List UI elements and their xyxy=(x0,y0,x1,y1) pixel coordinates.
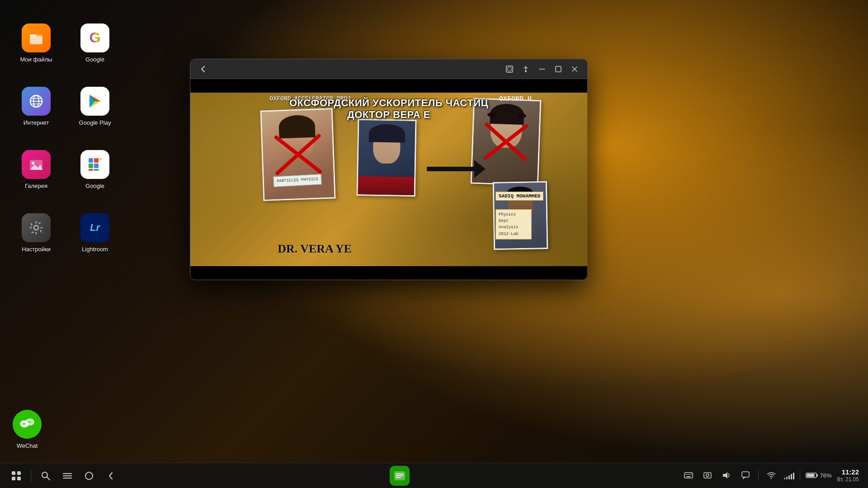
svg-rect-18 xyxy=(89,164,93,168)
svg-point-45 xyxy=(42,472,47,478)
gallery-label: Галерея xyxy=(25,183,47,189)
photo-center xyxy=(356,119,416,197)
browser-titlebar xyxy=(190,59,587,79)
svg-point-66 xyxy=(770,478,772,479)
screenshot-button[interactable] xyxy=(502,62,517,76)
taskbar: 76% 11:22 Вт, 21.05 xyxy=(0,463,868,488)
home-button[interactable] xyxy=(82,469,96,483)
google-play-label: Google Play xyxy=(79,119,111,126)
svg-rect-30 xyxy=(506,66,513,72)
svg-rect-16 xyxy=(94,158,99,163)
svg-rect-39 xyxy=(427,167,476,171)
svg-rect-55 xyxy=(684,473,693,478)
pin-button[interactable] xyxy=(519,62,533,76)
svg-rect-68 xyxy=(807,474,814,477)
sadiq-label: SADIQ MOHAMMED xyxy=(495,192,543,201)
icon-google-play[interactable]: Google Play xyxy=(68,77,122,136)
google-icon: G xyxy=(80,23,109,52)
internet-icon xyxy=(22,87,51,116)
svg-rect-69 xyxy=(816,474,818,477)
current-date: Вт, 21.05 xyxy=(837,476,859,483)
svg-rect-36 xyxy=(556,66,561,72)
notes-right: PhysicsDeptAnalysis2012-Lab xyxy=(495,209,532,240)
signal-bars xyxy=(784,471,794,479)
titlebar-controls xyxy=(502,62,582,76)
svg-rect-15 xyxy=(89,158,93,163)
svg-rect-42 xyxy=(17,471,21,475)
cork-board: ОКСФОРДСКИЙ УСКОРИТЕЛЬ ЧАСТИЦ ДОКТОР ВЕР… xyxy=(190,79,587,280)
screenshot-icon[interactable] xyxy=(700,468,715,483)
svg-point-23 xyxy=(34,225,38,230)
battery-percent: 76% xyxy=(820,472,832,479)
svg-rect-43 xyxy=(12,477,15,480)
signal-bar-2 xyxy=(786,477,788,479)
signal-bar-4 xyxy=(791,474,792,479)
settings-icon xyxy=(22,213,51,242)
icon-internet[interactable]: Интернет xyxy=(9,77,63,136)
desktop-icons: Мои файлы G Google Интернет xyxy=(0,0,136,343)
chat-icon[interactable] xyxy=(738,468,753,483)
search-button[interactable] xyxy=(38,469,53,483)
svg-rect-2 xyxy=(30,34,36,37)
svg-rect-21 xyxy=(94,169,99,171)
maximize-button[interactable] xyxy=(551,62,566,76)
icon-gallery[interactable]: Галерея xyxy=(9,140,63,199)
status-icons xyxy=(681,468,753,483)
wechat-label: WeChat xyxy=(17,442,38,449)
photo-vera-ye xyxy=(260,108,336,201)
wechat-icon xyxy=(13,410,42,439)
lightroom-icon: Lr xyxy=(80,213,109,242)
icon-lightroom[interactable]: Lr Lightroom xyxy=(68,203,122,262)
back-nav-button[interactable] xyxy=(104,469,118,483)
apps-grid-button[interactable] xyxy=(9,469,24,483)
icon-wechat[interactable]: WeChat xyxy=(9,406,45,453)
taskbar-divider-3 xyxy=(800,470,800,481)
oxford-label-right: OXFORD U xyxy=(499,95,532,103)
desktop-wechat-area: WeChat xyxy=(9,406,45,456)
taskbar-divider-1 xyxy=(31,469,31,482)
video-area[interactable]: ОКСФОРДСКИЙ УСКОРИТЕЛЬ ЧАСТИЦ ДОКТОР ВЕР… xyxy=(190,79,587,280)
my-files-icon xyxy=(22,23,51,52)
clock-display: 11:22 Вт, 21.05 xyxy=(837,468,859,483)
svg-marker-64 xyxy=(723,472,727,479)
svg-rect-20 xyxy=(89,169,93,171)
subtitle-overlay: ОКСФОРДСКИЙ УСКОРИТЕЛЬ ЧАСТИЦ ДОКТОР ВЕР… xyxy=(289,97,488,121)
svg-line-46 xyxy=(47,477,50,480)
svg-point-28 xyxy=(28,422,29,423)
internet-label: Интернет xyxy=(24,119,49,126)
subtitle-line2: ДОКТОР ВЕРА Е xyxy=(289,109,488,121)
subtitle-line1: ОКСФОРДСКИЙ УСКОРИТЕЛЬ ЧАСТИЦ xyxy=(289,97,488,109)
black-bar-top xyxy=(190,79,587,93)
x-mark-1 xyxy=(262,109,335,199)
svg-point-33 xyxy=(525,70,527,72)
svg-marker-40 xyxy=(474,160,486,178)
battery-icon xyxy=(806,472,818,479)
google-play-icon xyxy=(80,87,109,116)
icon-google[interactable]: G Google xyxy=(68,14,122,72)
svg-rect-44 xyxy=(17,477,21,480)
svg-point-26 xyxy=(23,423,24,425)
lightroom-label: Lightroom xyxy=(82,246,108,253)
taskbar-divider-2 xyxy=(758,470,759,481)
keyboard-icon[interactable] xyxy=(681,468,696,483)
icon-my-files[interactable]: Мои файлы xyxy=(9,14,63,72)
svg-rect-65 xyxy=(742,472,749,477)
signal-bar-5 xyxy=(793,473,794,479)
volume-icon[interactable] xyxy=(719,468,734,483)
icon-google-apps[interactable]: Google xyxy=(68,140,122,199)
close-button[interactable] xyxy=(567,62,582,76)
video-content: ОКСФОРДСКИЙ УСКОРИТЕЛЬ ЧАСТИЦ ДОКТОР ВЕР… xyxy=(190,79,587,280)
svg-rect-17 xyxy=(99,158,101,160)
black-bar-bottom xyxy=(190,266,587,280)
icon-settings[interactable]: Настройки xyxy=(9,203,63,262)
back-button[interactable] xyxy=(196,62,210,76)
arrow-indicator xyxy=(425,155,488,184)
svg-rect-31 xyxy=(508,67,511,71)
current-time: 11:22 xyxy=(837,468,859,476)
taskbar-right: 76% 11:22 Вт, 21.05 xyxy=(681,468,859,483)
active-app-button[interactable] xyxy=(390,466,410,486)
recent-apps-button[interactable] xyxy=(60,469,75,483)
wifi-icon[interactable] xyxy=(764,468,778,483)
my-files-label: Мои файлы xyxy=(20,56,52,63)
minimize-button[interactable] xyxy=(535,62,549,76)
